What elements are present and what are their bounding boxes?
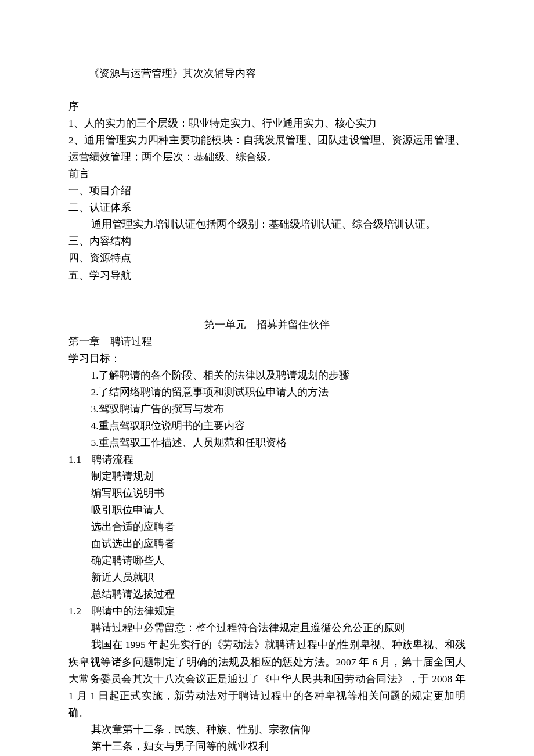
list-item: 总结聘请选拔过程 <box>68 586 466 603</box>
list-item: 第十三条，妇女与男子同等的就业权利 <box>68 738 466 755</box>
paragraph: 我国在 1995 年起先实行的《劳动法》就聘请过程中的性别卑视、种族卑视、和残疾… <box>68 636 466 721</box>
goal-item: 1.了解聘请的各个阶段、相关的法律以及聘请规划的步骤 <box>68 367 466 384</box>
goal-item: 3.驾驭聘请广告的撰写与发布 <box>68 401 466 417</box>
foreword-item: 四、资源特点 <box>68 250 466 267</box>
list-item: 编写职位说明书 <box>68 485 466 502</box>
goal-item: 2.了结网络聘请的留意事项和测试职位申请人的方法 <box>68 384 466 401</box>
paragraph: 聘请过程中必需留意：整个过程符合法律规定且遵循公允公正的原则 <box>68 620 466 636</box>
section-title: 1.1 聘请流程 <box>68 451 466 468</box>
foreword-item: 三、内容结构 <box>68 233 466 250</box>
foreword-item: 二、认证体系 <box>68 199 466 216</box>
list-item: 制定聘请规划 <box>68 468 466 485</box>
preface-item: 1、人的实力的三个层级：职业特定实力、行业通用实力、核心实力 <box>68 115 466 132</box>
unit-title: 第一单元 招募并留住伙伴 <box>68 316 466 333</box>
list-item: 其次章第十二条，民族、种族、性别、宗教信仰 <box>68 721 466 738</box>
list-item: 面试选出的应聘者 <box>68 535 466 552</box>
goals-label: 学习目标： <box>68 350 466 367</box>
list-item: 新近人员就职 <box>68 569 466 586</box>
spacer <box>68 82 466 98</box>
list-item: 选出合适的应聘者 <box>68 519 466 535</box>
foreword-subitem: 通用管理实力培训认证包括两个级别：基础级培训认证、综合级培训认证。 <box>68 216 466 233</box>
preface-label: 序 <box>68 98 466 115</box>
foreword-item: 五、学习导航 <box>68 267 466 284</box>
spacer <box>68 284 466 316</box>
document-page: 《资源与运营管理》其次次辅导内容 序 1、人的实力的三个层级：职业特定实力、行业… <box>0 0 534 756</box>
section-title: 1.2 聘请中的法律规定 <box>68 603 466 620</box>
goal-item: 5.重点驾驭工作描述、人员规范和任职资格 <box>68 434 466 451</box>
chapter-title: 第一章 聘请过程 <box>68 333 466 350</box>
goal-item: 4.重点驾驭职位说明书的主要内容 <box>68 417 466 434</box>
preface-item: 2、通用管理实力四种主要功能模块：自我发展管理、团队建设管理、资源运用管理、运营… <box>68 132 466 165</box>
foreword-item: 一、项目介绍 <box>68 182 466 199</box>
doc-title: 《资源与运营管理》其次次辅导内容 <box>68 65 466 82</box>
list-item: 确定聘请哪些人 <box>68 552 466 569</box>
list-item: 吸引职位申请人 <box>68 502 466 519</box>
foreword-label: 前言 <box>68 165 466 182</box>
